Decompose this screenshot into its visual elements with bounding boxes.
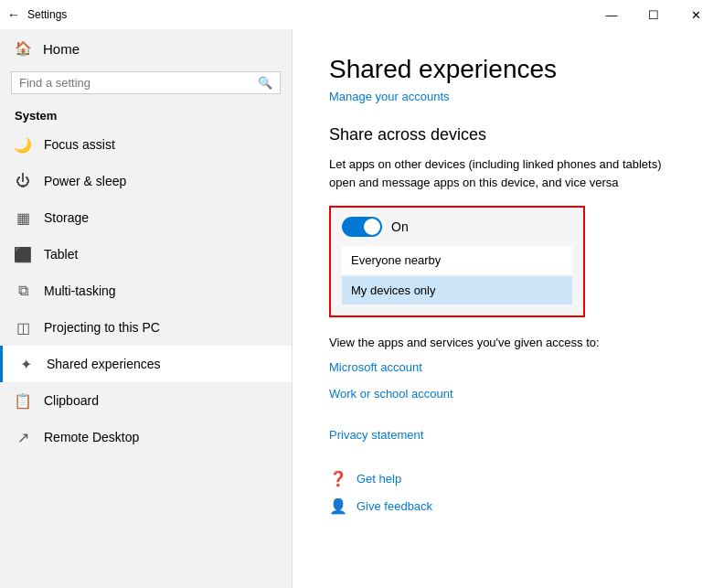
- page-title: Shared experiences: [329, 55, 687, 84]
- give-feedback-row: 👤 Give feedback: [329, 497, 687, 515]
- shared-experiences-icon: ✦: [17, 356, 34, 372]
- view-apps-label: View the apps and services you've given …: [329, 336, 687, 349]
- title-bar-left: ← Settings: [7, 7, 67, 22]
- content-area: Shared experiences Manage your accounts …: [293, 29, 724, 588]
- divider2: [329, 454, 687, 469]
- sidebar-item-storage[interactable]: ▦ Storage: [0, 199, 292, 236]
- search-box: 🔍: [11, 71, 281, 94]
- sidebar-label-multi-tasking: Multi-tasking: [44, 283, 116, 298]
- manage-accounts-link[interactable]: Manage your accounts: [329, 90, 687, 103]
- share-toggle[interactable]: [342, 217, 382, 237]
- title-bar: ← Settings — ☐ ✕: [0, 0, 724, 29]
- sidebar-home-item[interactable]: 🏠 Home: [0, 29, 292, 68]
- sidebar-label-projecting: Projecting to this PC: [44, 320, 160, 335]
- close-button[interactable]: ✕: [675, 0, 717, 29]
- back-icon[interactable]: ←: [7, 7, 20, 22]
- sidebar-item-projecting[interactable]: ◫ Projecting to this PC: [0, 309, 292, 346]
- sidebar-item-focus-assist[interactable]: 🌙 Focus assist: [0, 126, 292, 163]
- multi-tasking-icon: ⧉: [15, 283, 31, 299]
- option-my-devices-only[interactable]: My devices only: [342, 276, 572, 305]
- toggle-label: On: [391, 219, 409, 234]
- get-help-row: ❓ Get help: [329, 469, 687, 487]
- storage-icon: ▦: [15, 209, 31, 226]
- get-help-icon: ❓: [329, 469, 347, 487]
- clipboard-icon: 📋: [15, 392, 31, 409]
- home-icon: 🏠: [15, 40, 32, 57]
- give-feedback-link[interactable]: Give feedback: [357, 499, 432, 513]
- minimize-button[interactable]: —: [591, 0, 633, 29]
- sidebar-label-storage: Storage: [44, 210, 89, 225]
- share-description: Let apps on other devices (including lin…: [329, 155, 687, 191]
- get-help-link[interactable]: Get help: [357, 472, 401, 486]
- sidebar-label-shared-experiences: Shared experiences: [47, 357, 161, 371]
- sidebar-item-clipboard[interactable]: 📋 Clipboard: [0, 382, 292, 419]
- sidebar-label-focus-assist: Focus assist: [44, 137, 115, 152]
- sidebar-label-clipboard: Clipboard: [44, 393, 99, 408]
- microsoft-account-link[interactable]: Microsoft account: [329, 360, 687, 374]
- power-icon: ⏻: [15, 173, 31, 189]
- toggle-row: On: [342, 217, 572, 237]
- privacy-statement-link[interactable]: Privacy statement: [329, 428, 687, 442]
- search-input[interactable]: [19, 76, 252, 90]
- sidebar-item-remote-desktop[interactable]: ↗ Remote Desktop: [0, 419, 292, 455]
- share-box: On Everyone nearby My devices only: [329, 206, 585, 317]
- sidebar-item-shared-experiences[interactable]: ✦ Shared experiences: [0, 346, 292, 382]
- toggle-knob: [364, 219, 380, 235]
- work-school-account-link[interactable]: Work or school account: [329, 387, 687, 401]
- sidebar-item-multi-tasking[interactable]: ⧉ Multi-tasking: [0, 273, 292, 309]
- sidebar-label-tablet: Tablet: [44, 247, 78, 262]
- remote-desktop-icon: ↗: [15, 429, 31, 445]
- search-icon: 🔍: [258, 76, 272, 90]
- title-bar-title: Settings: [27, 8, 67, 21]
- sidebar-item-power-sleep[interactable]: ⏻ Power & sleep: [0, 163, 292, 199]
- home-label: Home: [43, 41, 80, 57]
- sidebar-item-tablet[interactable]: ⬛ Tablet: [0, 236, 292, 273]
- give-feedback-icon: 👤: [329, 497, 347, 515]
- app-body: 🏠 Home 🔍 System 🌙 Focus assist ⏻ Power &…: [0, 29, 724, 588]
- projecting-icon: ◫: [15, 319, 31, 336]
- sidebar-label-remote-desktop: Remote Desktop: [44, 430, 139, 444]
- share-section-title: Share across devices: [329, 125, 687, 144]
- divider: [329, 413, 687, 428]
- option-everyone-nearby[interactable]: Everyone nearby: [342, 246, 572, 274]
- tablet-icon: ⬛: [15, 246, 31, 262]
- sidebar-section-title: System: [0, 102, 292, 126]
- maximize-button[interactable]: ☐: [633, 0, 675, 29]
- focus-assist-icon: 🌙: [15, 136, 31, 153]
- sidebar: 🏠 Home 🔍 System 🌙 Focus assist ⏻ Power &…: [0, 29, 293, 588]
- title-bar-controls: — ☐ ✕: [591, 0, 717, 29]
- sidebar-label-power-sleep: Power & sleep: [44, 174, 126, 188]
